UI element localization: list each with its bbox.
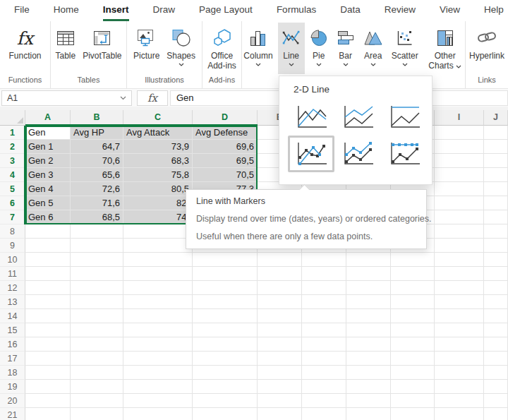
chevron-down-icon[interactable] — [316, 63, 322, 66]
cell-C7[interactable]: 74, — [123, 210, 193, 224]
cell-D21[interactable] — [193, 408, 258, 420]
cell-B18[interactable] — [71, 366, 123, 380]
cell-F15[interactable] — [302, 323, 346, 337]
cell-I5[interactable] — [435, 182, 484, 196]
picture-button[interactable]: Picture — [130, 23, 163, 74]
cell-H15[interactable] — [391, 323, 435, 337]
cell-E18[interactable] — [258, 366, 302, 380]
cell-D18[interactable] — [193, 366, 258, 380]
cell-B11[interactable] — [71, 267, 123, 281]
chevron-down-icon[interactable] — [289, 63, 294, 66]
cell-A14[interactable] — [25, 309, 71, 323]
cell-E16[interactable] — [258, 337, 302, 352]
cell-B4[interactable]: 65,6 — [71, 168, 123, 182]
tab-data[interactable]: Data — [340, 0, 361, 21]
chart-thumb-stacked-line-with-markers[interactable] — [334, 136, 381, 172]
chart-thumb-100-stacked-line[interactable] — [381, 99, 428, 136]
cell-C14[interactable] — [123, 309, 193, 323]
chart-thumb-stacked-line[interactable] — [334, 99, 381, 136]
column-header-C[interactable]: C — [123, 110, 193, 126]
cell-E19[interactable] — [258, 380, 302, 394]
row-header-6[interactable]: 6 — [0, 196, 25, 210]
cell-B20[interactable] — [71, 394, 123, 408]
cell-F20[interactable] — [302, 394, 346, 408]
cell-B8[interactable] — [71, 224, 123, 239]
cell-A7[interactable]: Gen 6 — [25, 210, 71, 224]
cell-C3[interactable]: 68,3 — [123, 154, 193, 168]
column-header-A[interactable]: A — [25, 110, 71, 126]
cell-I20[interactable] — [435, 394, 484, 408]
cell-E17[interactable] — [258, 352, 302, 366]
cell-E14[interactable] — [258, 309, 302, 323]
cell-C8[interactable] — [123, 224, 193, 239]
column-header-I[interactable]: I — [435, 110, 484, 126]
row-header-10[interactable]: 10 — [0, 253, 25, 267]
cell-A13[interactable] — [25, 295, 71, 309]
function-button[interactable]: fx Function — [5, 23, 44, 74]
cell-A17[interactable] — [25, 352, 71, 366]
cell-D14[interactable] — [193, 309, 258, 323]
tab-insert[interactable]: Insert — [103, 0, 129, 21]
cell-A5[interactable]: Gen 4 — [25, 182, 71, 196]
cell-J21[interactable] — [484, 408, 508, 420]
cell-I7[interactable] — [435, 210, 484, 224]
cell-A15[interactable] — [25, 323, 71, 337]
cell-B9[interactable] — [71, 239, 123, 253]
cell-D19[interactable] — [193, 380, 258, 394]
cell-H14[interactable] — [391, 309, 435, 323]
cell-D17[interactable] — [193, 352, 258, 366]
cell-H18[interactable] — [391, 366, 435, 380]
line-chart-button[interactable]: Line — [278, 23, 305, 74]
cell-D4[interactable]: 70,5 — [193, 168, 258, 182]
tab-home[interactable]: Home — [54, 0, 79, 21]
chart-thumb-line-with-markers[interactable] — [288, 136, 334, 172]
cell-F13[interactable] — [302, 295, 346, 309]
cell-A1[interactable]: Gen — [25, 126, 71, 140]
cell-A9[interactable] — [25, 239, 71, 253]
cell-A6[interactable]: Gen 5 — [25, 196, 71, 210]
cell-J1[interactable] — [484, 126, 508, 140]
cell-D3[interactable]: 69,5 — [193, 154, 258, 168]
cell-H20[interactable] — [391, 394, 435, 408]
cell-E12[interactable] — [258, 281, 302, 295]
cell-J6[interactable] — [484, 196, 508, 210]
cell-G12[interactable] — [346, 281, 391, 295]
row-header-4[interactable]: 4 — [0, 168, 25, 182]
other-charts-button[interactable]: Other Charts — [423, 23, 467, 74]
tab-help[interactable]: Help — [484, 0, 504, 21]
cell-I12[interactable] — [435, 281, 484, 295]
cell-F11[interactable] — [302, 267, 346, 281]
cell-G14[interactable] — [346, 309, 391, 323]
cell-I10[interactable] — [435, 253, 484, 267]
cell-I18[interactable] — [435, 366, 484, 380]
scatter-chart-button[interactable]: Scatter — [388, 23, 422, 74]
cell-A20[interactable] — [25, 394, 71, 408]
cell-B21[interactable] — [71, 408, 123, 420]
cell-B19[interactable] — [71, 380, 123, 394]
cell-B12[interactable] — [71, 281, 123, 295]
cell-C20[interactable] — [123, 394, 193, 408]
cell-A12[interactable] — [25, 281, 71, 295]
row-header-9[interactable]: 9 — [0, 239, 25, 253]
cell-J11[interactable] — [484, 267, 508, 281]
cell-C13[interactable] — [123, 295, 193, 309]
cell-B7[interactable]: 68,5 — [71, 210, 123, 224]
cell-I17[interactable] — [435, 352, 484, 366]
cell-I3[interactable] — [435, 154, 484, 168]
cell-A3[interactable]: Gen 2 — [25, 154, 71, 168]
cell-E10[interactable] — [258, 253, 302, 267]
cell-B5[interactable]: 72,6 — [71, 182, 123, 196]
cell-J13[interactable] — [484, 295, 508, 309]
cell-J10[interactable] — [484, 253, 508, 267]
cell-E13[interactable] — [258, 295, 302, 309]
cell-D20[interactable] — [193, 394, 258, 408]
row-header-7[interactable]: 7 — [0, 210, 25, 224]
cell-F19[interactable] — [302, 380, 346, 394]
cell-B1[interactable]: Avg HP — [71, 126, 123, 140]
tab-formulas[interactable]: Formulas — [277, 0, 316, 21]
cell-C10[interactable] — [123, 253, 193, 267]
row-header-16[interactable]: 16 — [0, 337, 25, 352]
cell-G11[interactable] — [346, 267, 391, 281]
cell-D11[interactable] — [193, 267, 258, 281]
row-header-21[interactable]: 21 — [0, 408, 25, 420]
